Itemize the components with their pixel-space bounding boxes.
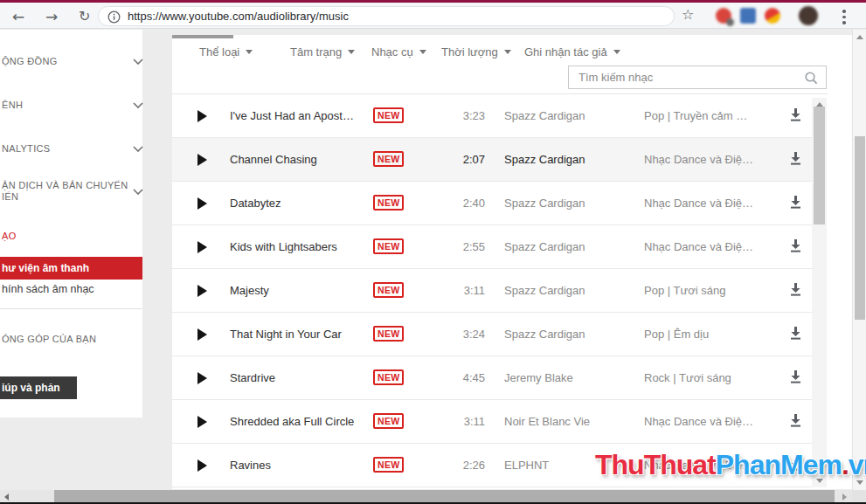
sidebar-item-label: NALYTICS bbox=[2, 143, 50, 154]
sidebar-item-contributions[interactable]: ÓNG GÓP CỦA BẠN bbox=[2, 334, 96, 344]
download-icon bbox=[788, 326, 803, 341]
track-title: Ravines bbox=[230, 459, 368, 472]
track-duration: 2:55 bbox=[430, 240, 485, 253]
browser-menu-icon[interactable] bbox=[842, 10, 846, 27]
track-genre: Nhạc Dance và Điệ… bbox=[644, 197, 786, 210]
watermark-part-3: vn bbox=[849, 449, 866, 480]
download-button[interactable] bbox=[788, 413, 806, 431]
page-scrollbar-thumb[interactable] bbox=[855, 136, 865, 320]
filter-dropdown[interactable]: Tâm trạng bbox=[290, 45, 355, 59]
scrollbar-corner bbox=[852, 490, 866, 503]
download-icon bbox=[788, 282, 803, 297]
address-bar[interactable]: https://www.youtube.com/audiolibrary/mus… bbox=[98, 6, 675, 26]
watermark: ThuThuatPhanMem.vn bbox=[595, 449, 866, 481]
sidebar: ỘNG ĐỒNGÊNHNALYTICSẬN DỊCH VÀ BẢN CHUYỂN… bbox=[0, 30, 142, 418]
download-icon bbox=[788, 151, 803, 166]
dropdown-arrow-icon bbox=[348, 50, 355, 54]
sidebar-item[interactable]: NALYTICS bbox=[2, 143, 133, 155]
chevron-down-icon bbox=[133, 186, 143, 197]
track-row: DatabytezNEW2:40Spazz CardiganNhạc Dance… bbox=[172, 182, 812, 225]
play-button[interactable] bbox=[195, 457, 212, 474]
page-scrollbar-horizontal[interactable] bbox=[0, 490, 852, 503]
page-scrollbar-vertical[interactable] bbox=[852, 30, 866, 490]
chevron-down-icon bbox=[133, 56, 143, 67]
play-button[interactable] bbox=[195, 151, 212, 169]
download-button[interactable] bbox=[788, 238, 806, 256]
sidebar-item-music-policies[interactable]: hính sách âm nhạc bbox=[2, 283, 94, 295]
dropdown-arrow-icon bbox=[246, 50, 253, 54]
filter-label: Thể loại bbox=[199, 45, 239, 59]
play-icon bbox=[197, 110, 207, 122]
track-duration: 3:11 bbox=[430, 415, 485, 428]
scroll-left-icon[interactable] bbox=[4, 494, 9, 501]
sidebar-item[interactable]: ẠO bbox=[2, 231, 133, 242]
browser-window: ← → ↻ https://www.youtube.com/audiolibra… bbox=[0, 0, 866, 504]
play-button[interactable] bbox=[195, 326, 212, 343]
play-button[interactable] bbox=[195, 238, 212, 256]
filter-dropdown[interactable]: Thể loại bbox=[199, 45, 253, 59]
download-button[interactable] bbox=[788, 369, 806, 387]
sidebar-item-audio-library[interactable]: hư viện âm thanh bbox=[0, 257, 142, 280]
new-badge: NEW bbox=[373, 282, 404, 298]
track-row: I've Just Had an Apost…NEW3:23Spazz Card… bbox=[172, 94, 812, 138]
reload-icon[interactable]: ↻ bbox=[79, 5, 90, 28]
download-icon bbox=[788, 107, 803, 122]
search-input[interactable] bbox=[578, 66, 797, 88]
download-button[interactable] bbox=[788, 151, 806, 169]
track-row: That Night in Your CarNEW3:24Spazz Cardi… bbox=[172, 313, 812, 356]
play-button[interactable] bbox=[195, 195, 212, 212]
search-icon[interactable] bbox=[804, 71, 819, 89]
play-button[interactable] bbox=[195, 369, 212, 387]
track-artist: Spazz Cardigan bbox=[504, 197, 635, 210]
forward-icon[interactable]: → bbox=[45, 5, 58, 28]
filter-dropdown[interactable]: Ghi nhận tác giả bbox=[524, 45, 620, 59]
new-badge: NEW bbox=[373, 369, 404, 385]
download-button[interactable] bbox=[788, 107, 806, 125]
download-icon bbox=[788, 238, 803, 253]
scroll-right-icon[interactable] bbox=[842, 494, 847, 501]
table-scrollbar-thumb[interactable] bbox=[814, 107, 825, 224]
filter-dropdown[interactable]: Thời lượng bbox=[441, 45, 511, 59]
track-duration: 3:23 bbox=[430, 109, 485, 122]
track-title: Kids with Lightsabers bbox=[230, 240, 368, 253]
track-artist: Spazz Cardigan bbox=[504, 109, 635, 122]
profile-avatar[interactable] bbox=[799, 6, 818, 25]
filter-label: Ghi nhận tác giả bbox=[524, 45, 607, 59]
new-badge: NEW bbox=[373, 413, 404, 429]
chevron-down-icon bbox=[133, 143, 143, 155]
new-badge: NEW bbox=[373, 326, 404, 342]
extension-icon-orange[interactable] bbox=[765, 8, 780, 24]
filter-dropdown[interactable]: Nhạc cụ bbox=[371, 45, 426, 59]
track-title: Stardrive bbox=[230, 371, 368, 384]
dropdown-arrow-icon bbox=[613, 50, 620, 54]
extension-icon-red[interactable] bbox=[716, 8, 731, 24]
play-button[interactable] bbox=[195, 107, 212, 125]
help-feedback-button[interactable]: iúp và phản hồi bbox=[0, 376, 77, 399]
track-title: Databytez bbox=[230, 197, 368, 210]
track-row: Channel ChasingNEW2:07Spazz CardiganNhạc… bbox=[172, 138, 812, 182]
header-remnant bbox=[172, 35, 233, 38]
track-duration: 2:26 bbox=[430, 459, 485, 472]
horizontal-scrollbar-thumb[interactable] bbox=[54, 490, 835, 503]
sidebar-item[interactable]: ỘNG ĐỒNG bbox=[2, 56, 133, 67]
play-icon bbox=[197, 285, 207, 297]
track-title: I've Just Had an Apost… bbox=[230, 109, 368, 122]
bookmark-star-icon[interactable]: ☆ bbox=[682, 6, 694, 23]
track-genre: Nhạc Dance và Điệ… bbox=[644, 153, 786, 166]
play-button[interactable] bbox=[195, 282, 212, 300]
page-info-icon[interactable] bbox=[107, 10, 121, 27]
track-artist: Spazz Cardigan bbox=[504, 328, 635, 341]
track-row: Kids with LightsabersNEW2:55Spazz Cardig… bbox=[172, 225, 812, 269]
scroll-up-icon[interactable] bbox=[856, 35, 863, 39]
table-scrollbar[interactable] bbox=[812, 98, 827, 487]
sidebar-item[interactable]: ẬN DỊCH VÀ BẢN CHUYỂN IỂN bbox=[2, 180, 133, 203]
download-icon bbox=[788, 369, 803, 384]
download-button[interactable] bbox=[788, 282, 806, 300]
play-icon bbox=[197, 197, 207, 210]
play-button[interactable] bbox=[195, 413, 212, 431]
download-button[interactable] bbox=[788, 195, 806, 212]
sidebar-item[interactable]: ÊNH bbox=[2, 100, 133, 111]
back-icon[interactable]: ← bbox=[12, 5, 24, 28]
download-button[interactable] bbox=[788, 326, 806, 343]
extension-icon-blue[interactable] bbox=[740, 8, 756, 24]
